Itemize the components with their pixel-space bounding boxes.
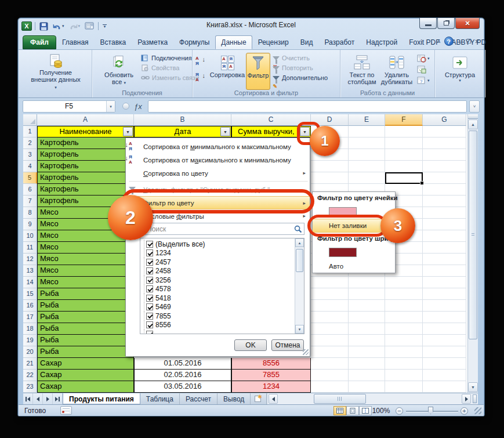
category-cell[interactable]: Мясо (37, 265, 134, 277)
empty-cell[interactable] (311, 358, 349, 370)
empty-cell[interactable] (423, 149, 466, 161)
empty-cell[interactable] (311, 323, 349, 335)
empty-cell[interactable] (423, 242, 466, 254)
empty-cell[interactable] (311, 161, 349, 172)
empty-cell[interactable] (423, 196, 466, 207)
empty-cell[interactable] (349, 335, 385, 346)
edit-links-button[interactable]: Изменить связи (141, 74, 199, 81)
empty-cell[interactable] (385, 161, 423, 172)
empty-cell[interactable] (349, 126, 385, 137)
scrollbar-thumb[interactable] (469, 131, 477, 339)
empty-cell[interactable] (423, 277, 466, 288)
row-header[interactable]: 14 (23, 277, 37, 288)
zoom-slider-thumb[interactable] (428, 407, 433, 414)
text-to-columns-button[interactable]: Текст по столбцам (345, 53, 379, 90)
ribbon-tab[interactable]: Файл (23, 35, 56, 49)
row-header[interactable]: 16 (23, 300, 37, 312)
outline-button[interactable]: Структура ▾ (441, 53, 479, 90)
empty-cell[interactable] (385, 126, 423, 137)
empty-cell[interactable] (423, 312, 466, 323)
popup-resize-grip[interactable] (303, 349, 309, 355)
row-header[interactable]: 20 (23, 346, 37, 358)
empty-cell[interactable] (349, 288, 385, 300)
ribbon-tab[interactable]: Формулы (173, 35, 215, 49)
empty-cell[interactable] (385, 323, 423, 335)
sort-descending-icon[interactable]: ЯА↓ (195, 72, 206, 84)
menu-item[interactable]: Числовые фильтры▸ (126, 209, 310, 223)
filter-value-item[interactable]: 7855 (140, 312, 304, 321)
list-scroll-down-icon[interactable]: ▼ (295, 325, 304, 334)
row-header[interactable]: 23 (23, 381, 37, 393)
empty-cell[interactable] (385, 300, 423, 312)
empty-cell[interactable] (311, 288, 349, 300)
empty-cell[interactable] (385, 149, 423, 161)
row-header[interactable]: 12 (23, 254, 37, 265)
help-icon[interactable]: ? (444, 37, 454, 46)
collapse-ribbon-icon[interactable]: ˄ (437, 38, 441, 45)
insert-worksheet-button[interactable]: ✱ (251, 393, 267, 404)
empty-cell[interactable] (423, 254, 466, 265)
empty-cell[interactable] (311, 300, 349, 312)
checkbox-checked-icon[interactable] (146, 313, 153, 320)
filter-button[interactable]: Фильтр (246, 53, 270, 90)
horizontal-scrollbar[interactable] (267, 393, 478, 404)
row-header[interactable]: 10 (23, 230, 37, 242)
empty-cell[interactable] (423, 381, 466, 393)
close-button[interactable]: ✕ (455, 18, 480, 29)
tab-split-handle[interactable] (473, 394, 477, 403)
filter-value-item[interactable]: (Выделить все) (140, 240, 304, 249)
normal-view-icon[interactable] (333, 406, 346, 415)
ribbon-tab[interactable]: Данные (215, 35, 252, 49)
checkbox-checked-icon[interactable] (146, 303, 153, 310)
record-macro-icon[interactable] (60, 406, 72, 415)
empty-cell[interactable] (423, 370, 466, 381)
row-header[interactable]: 3 (23, 149, 37, 161)
empty-cell[interactable] (349, 312, 385, 323)
ribbon-tab[interactable]: Вид (295, 35, 319, 49)
category-cell[interactable]: Сахар (37, 381, 134, 393)
remove-duplicates-button[interactable]: Удалить дубликаты (379, 53, 415, 90)
menu-item[interactable]: АЯ↓Сортировка от минимального к максимал… (126, 140, 310, 153)
cell-color-swatch-item[interactable] (313, 205, 395, 219)
workbook-restore-icon[interactable]: ❐ (466, 38, 472, 45)
filter-button-sum[interactable]: ▼ (300, 127, 310, 136)
menu-item[interactable]: ЯА↓Сортировка от максимального к минимал… (126, 153, 310, 166)
empty-cell[interactable] (423, 335, 466, 346)
empty-cell[interactable] (349, 277, 385, 288)
sheet-tab[interactable]: Вывод (217, 393, 251, 404)
empty-cell[interactable] (385, 312, 423, 323)
checkbox-checked-icon[interactable] (146, 295, 153, 302)
row-header[interactable]: 15 (23, 288, 37, 300)
filter-value-item-partial[interactable] (140, 330, 304, 334)
zoom-level[interactable]: 100% (371, 407, 391, 415)
minimize-button[interactable] (419, 18, 437, 29)
filter-value-item[interactable]: 4578 (140, 285, 304, 294)
auto-item[interactable]: Авто (313, 259, 395, 273)
clear-filter-button[interactable]: ✕ Очистить (273, 55, 328, 61)
search-input[interactable] (146, 224, 296, 234)
empty-cell[interactable] (349, 323, 385, 335)
category-cell[interactable]: Мясо (37, 242, 134, 254)
row-header[interactable]: 11 (23, 242, 37, 254)
sheet-tab[interactable]: Рассчет (180, 393, 217, 404)
row-header[interactable]: 9 (23, 219, 37, 230)
ribbon-tab[interactable]: Разметка (132, 35, 173, 49)
empty-cell[interactable] (311, 335, 349, 346)
category-cell[interactable]: Сахар (37, 358, 134, 370)
row-header[interactable]: 13 (23, 265, 37, 277)
connections-button[interactable]: Подключения (141, 55, 199, 61)
empty-cell[interactable] (385, 137, 423, 149)
empty-cell[interactable] (349, 381, 385, 393)
empty-cell[interactable] (385, 370, 423, 381)
page-break-view-icon[interactable] (359, 406, 372, 415)
category-cell[interactable]: Сахар (37, 370, 134, 381)
empty-cell[interactable] (423, 265, 466, 277)
category-cell[interactable]: Картофель (37, 149, 134, 161)
category-cell[interactable]: Рыба (37, 300, 134, 312)
hscrollbar-thumb[interactable] (314, 394, 366, 404)
row-header[interactable]: 6 (23, 184, 37, 196)
prev-sheet-button[interactable] (33, 393, 43, 404)
row-header[interactable]: 19 (23, 335, 37, 346)
empty-cell[interactable] (423, 184, 466, 196)
empty-cell[interactable] (423, 230, 466, 242)
